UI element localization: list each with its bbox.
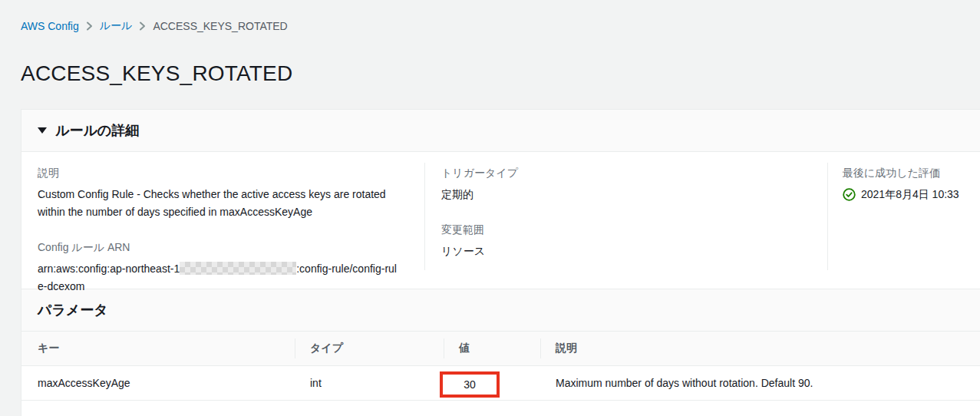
page-title: ACCESS_KEYS_ROTATED bbox=[21, 61, 980, 87]
aws-config-rule-page: AWS Config ルール ACCESS_KEYS_ROTATED ACCES… bbox=[0, 0, 980, 416]
param-description-cell: Maximum number of days without rotation.… bbox=[540, 377, 980, 389]
description-label: 説明 bbox=[38, 165, 408, 180]
details-column-description: 説明 Custom Config Rule - Checks whether t… bbox=[21, 152, 424, 289]
triangle-down-icon bbox=[38, 127, 47, 134]
chevron-right-icon bbox=[139, 21, 146, 31]
last-evaluation-datetime: 2021年8月4日 10:33 bbox=[861, 186, 959, 203]
column-header-type: タイプ bbox=[295, 332, 444, 365]
scope-value: リソース bbox=[441, 243, 811, 260]
trigger-type-label: トリガータイプ bbox=[441, 165, 811, 180]
parameters-table-header: キー タイプ 値 説明 bbox=[21, 331, 980, 366]
details-column-evaluation: 最後に成功した評価 2021年8月4日 10:33 bbox=[828, 152, 980, 289]
rule-detail-card: ルールの詳細 説明 Custom Config Rule - Checks wh… bbox=[21, 109, 980, 416]
arn-field: Config ルール ARN arn:aws:config:ap-northea… bbox=[38, 239, 408, 295]
param-type-cell: int bbox=[295, 377, 444, 389]
column-header-key: キー bbox=[21, 332, 295, 365]
trigger-type-value: 定期的 bbox=[441, 186, 811, 203]
chevron-right-icon bbox=[86, 21, 93, 31]
last-evaluation-field: 最後に成功した評価 2021年8月4日 10:33 bbox=[843, 165, 964, 203]
column-divider bbox=[444, 338, 444, 358]
rule-details-body: 説明 Custom Config Rule - Checks whether t… bbox=[21, 152, 980, 289]
column-header-value: 値 bbox=[444, 332, 540, 365]
scope-label: 変更範囲 bbox=[441, 222, 811, 237]
scope-field: 変更範囲 リソース bbox=[441, 222, 811, 260]
check-circle-icon bbox=[843, 188, 856, 201]
description-field: 説明 Custom Config Rule - Checks whether t… bbox=[38, 165, 408, 221]
param-value-cell: 30 bbox=[444, 369, 540, 398]
last-evaluation-value: 2021年8月4日 10:33 bbox=[843, 186, 964, 203]
arn-label: Config ルール ARN bbox=[38, 239, 408, 255]
parameters-title: パラメータ bbox=[38, 301, 108, 319]
arn-value: arn:aws:config:ap-northeast-1:config-rul… bbox=[38, 260, 398, 295]
breadcrumb-rules[interactable]: ルール bbox=[100, 19, 133, 33]
highlighted-value-box: 30 bbox=[440, 371, 500, 398]
last-evaluation-label: 最後に成功した評価 bbox=[843, 165, 964, 180]
table-row: maxAccessKeyAge int 30 Maximum number of… bbox=[21, 366, 980, 401]
redacted-account-id bbox=[180, 262, 296, 275]
param-key-cell: maxAccessKeyAge bbox=[21, 377, 295, 389]
description-value: Custom Config Rule - Checks whether the … bbox=[38, 186, 408, 221]
column-header-key-label: キー bbox=[38, 342, 59, 355]
rule-details-title: ルールの詳細 bbox=[55, 121, 139, 140]
breadcrumb-aws-config[interactable]: AWS Config bbox=[21, 20, 79, 32]
column-divider bbox=[540, 338, 541, 358]
breadcrumb-current: ACCESS_KEYS_ROTATED bbox=[153, 20, 287, 32]
column-divider bbox=[295, 338, 295, 358]
arn-prefix: arn:aws:config:ap-northeast-1 bbox=[38, 262, 180, 275]
breadcrumb: AWS Config ルール ACCESS_KEYS_ROTATED bbox=[21, 19, 980, 33]
rule-details-expander[interactable]: ルールの詳細 bbox=[21, 110, 980, 152]
column-header-description-label: 説明 bbox=[556, 342, 577, 355]
column-header-description: 説明 bbox=[540, 332, 980, 365]
trigger-type-field: トリガータイプ 定期的 bbox=[441, 165, 811, 203]
details-column-trigger: トリガータイプ 定期的 変更範囲 リソース bbox=[425, 152, 827, 289]
column-header-value-label: 値 bbox=[459, 342, 470, 355]
column-header-type-label: タイプ bbox=[310, 342, 343, 355]
